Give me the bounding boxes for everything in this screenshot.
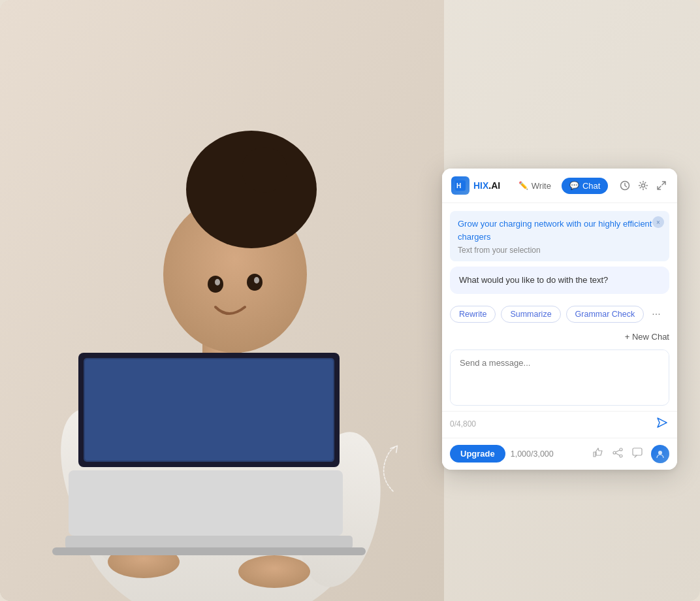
chat-bubble-text: What would you like to do with the text? [459,275,608,285]
header-actions [618,179,668,192]
user-avatar[interactable] [651,445,669,463]
svg-point-26 [620,455,622,457]
send-button[interactable] [655,415,669,432]
svg-point-18 [215,279,220,285]
hix-logo: H HIX.AI [451,176,500,195]
svg-rect-12 [69,470,343,536]
bottom-actions [592,445,669,463]
chat-bubble: What would you like to do with the text? [450,267,669,294]
usage-count: 1,000/3,000 [511,449,554,459]
thumbs-up-button[interactable] [592,447,604,461]
new-chat-row: + New Chat [442,329,677,347]
svg-rect-15 [85,359,333,461]
summarize-button[interactable]: Summarize [501,306,560,323]
background: 😜 ❤️ 😄 🩷 😎 ❤️ ☎ [0,0,700,601]
arrow-decoration [360,444,426,496]
send-icon [656,417,668,429]
quick-actions: Rewrite Summarize Grammar Check ··· [442,299,677,329]
close-icon: × [656,219,660,226]
widget-bottom: Upgrade 1,000/3,000 [442,438,677,470]
new-chat-button[interactable]: + New Chat [625,332,669,342]
settings-button[interactable] [637,179,650,192]
avatar-icon [656,449,665,459]
svg-text:H: H [456,182,461,189]
hix-widget: H HIX.AI ✏️ Write 💬 Chat [442,169,677,470]
chat-button[interactable] [631,447,643,461]
svg-point-23 [642,184,645,187]
widget-header: H HIX.AI ✏️ Write 💬 Chat [442,169,677,203]
new-chat-label: + New Chat [625,332,669,342]
selected-text-highlight: Grow your charging network with our high… [458,218,661,243]
selected-text-area: Grow your charging network with our high… [450,211,669,261]
upgrade-button[interactable]: Upgrade [450,445,505,463]
svg-point-5 [242,147,287,193]
svg-rect-27 [633,448,642,455]
brand-hix: HIX [473,180,488,191]
thumbs-up-icon [592,447,604,459]
history-icon [620,180,630,191]
expand-icon [656,180,667,191]
history-button[interactable] [618,179,631,192]
tab-chat[interactable]: 💬 Chat [562,178,608,194]
write-icon: ✏️ [518,181,528,190]
hix-logo-icon: H [451,176,469,195]
char-count: 0/4,800 [450,419,476,429]
svg-rect-10 [65,536,353,549]
tab-write-label: Write [532,181,551,191]
rewrite-button[interactable]: Rewrite [450,306,496,323]
chat-icon: 💬 [569,181,579,190]
share-button[interactable] [612,447,624,461]
selected-text-label: Text from your selection [458,246,661,255]
share-icon [612,447,624,459]
close-selection-button[interactable]: × [652,216,664,228]
person-svg [0,0,444,601]
message-input-area [450,349,669,406]
svg-point-9 [238,555,310,588]
svg-point-4 [186,131,317,248]
tab-chat-label: Chat [582,181,600,191]
brand-name: HIX.AI [473,180,500,191]
grammar-check-button[interactable]: Grammar Check [566,306,644,323]
svg-point-19 [254,277,259,284]
bottom-left: Upgrade 1,000/3,000 [450,445,554,463]
expand-button[interactable] [655,179,668,192]
message-input[interactable] [451,350,669,402]
svg-point-25 [613,451,616,454]
person-background [0,0,444,601]
message-footer: 0/4,800 [442,411,677,438]
header-tabs: ✏️ Write 💬 Chat [500,178,618,194]
message-icon [631,447,643,459]
more-actions-button[interactable]: ··· [649,307,663,321]
settings-icon [638,180,648,191]
svg-point-28 [658,451,662,455]
svg-point-24 [620,448,622,451]
svg-rect-11 [52,547,366,555]
tab-write[interactable]: ✏️ Write [511,178,559,194]
